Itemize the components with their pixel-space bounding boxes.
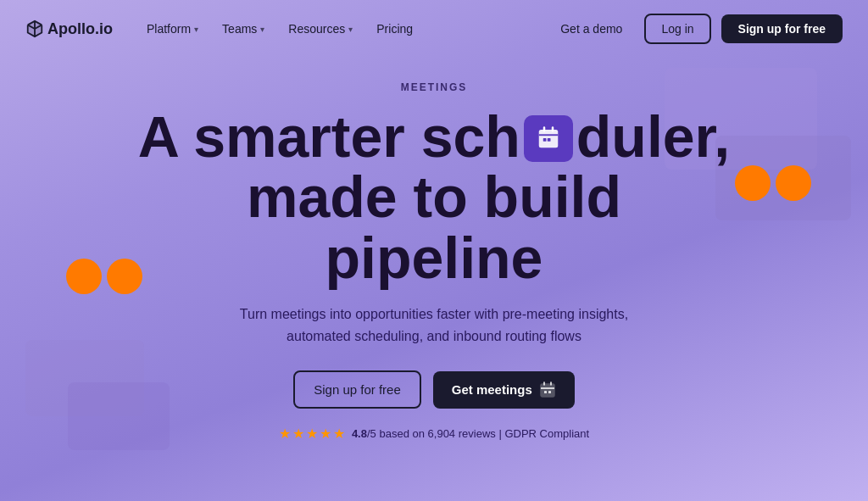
nav-resources[interactable]: Resources ▾ (278, 17, 363, 41)
hero-title: A smarter sch duler, made to build pipel… (138, 107, 730, 288)
hero-rating: ★ ★ ★ ★ ★ 4.8/5 based on 6,904 reviews |… (279, 426, 589, 442)
hero-title-part2: duler, (576, 104, 730, 169)
rating-text: 4.8/5 based on 6,904 reviews | GDPR Comp… (352, 427, 589, 440)
star-4: ★ (320, 426, 331, 442)
teams-chevron-icon: ▾ (260, 25, 264, 34)
nav-teams[interactable]: Teams ▾ (212, 17, 275, 41)
nav-right: Get a demo Log in Sign up for free (548, 14, 843, 44)
signup-nav-button[interactable]: Sign up for free (721, 14, 843, 43)
hero-section: MEETINGS A smarter sch duler, made to bu… (0, 58, 868, 442)
svg-rect-1 (543, 138, 547, 142)
calendar-icon (536, 125, 561, 151)
hero-buttons: Sign up for free Get meetings (293, 370, 575, 409)
star-2: ★ (292, 426, 304, 442)
page-wrapper: Apollo.io Platform ▾ Teams ▾ Resources ▾… (0, 0, 868, 501)
svg-rect-5 (548, 391, 551, 393)
calendar-icon-inline (524, 115, 573, 162)
hero-title-line3: pipeline (326, 225, 543, 290)
star-1: ★ (279, 426, 291, 442)
svg-rect-3 (541, 384, 554, 397)
signup-hero-button[interactable]: Sign up for free (293, 370, 421, 409)
calendar-btn-icon (539, 381, 556, 398)
get-demo-button[interactable]: Get a demo (548, 15, 634, 42)
logo[interactable]: Apollo.io (25, 19, 113, 38)
platform-chevron-icon: ▾ (194, 25, 198, 34)
nav-links: Platform ▾ Teams ▾ Resources ▾ Pricing (136, 17, 548, 41)
star-3: ★ (306, 426, 318, 442)
login-button[interactable]: Log in (644, 14, 710, 44)
rating-count: 6,904 (428, 427, 456, 440)
rating-suffix: reviews | GDPR Compliant (459, 427, 589, 440)
svg-rect-4 (544, 391, 547, 393)
rating-total: 5 (370, 427, 380, 440)
get-meetings-button[interactable]: Get meetings (433, 371, 575, 409)
logo-text: Apollo.io (47, 20, 113, 38)
rating-label: based on (379, 427, 425, 440)
resources-chevron-icon: ▾ (348, 25, 353, 34)
rating-score: 4.8 (352, 427, 367, 440)
star-5: ★ (333, 426, 345, 442)
hero-label: MEETINGS (401, 81, 468, 93)
nav-pricing[interactable]: Pricing (366, 17, 423, 41)
svg-rect-2 (548, 138, 551, 142)
hero-title-line2: made to build (247, 164, 621, 229)
hero-title-part1: A smarter sch (138, 104, 520, 169)
navbar: Apollo.io Platform ▾ Teams ▾ Resources ▾… (0, 0, 868, 58)
star-rating: ★ ★ ★ ★ ★ (279, 426, 345, 442)
hero-subtitle: Turn meetings into opportunities faster … (231, 303, 637, 347)
nav-platform[interactable]: Platform ▾ (136, 17, 209, 41)
